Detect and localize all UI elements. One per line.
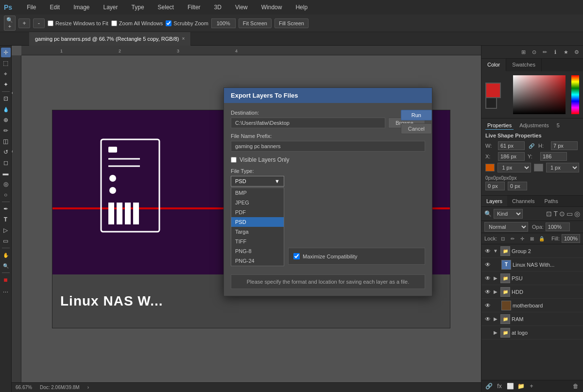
option-png8[interactable]: PNG-8	[231, 246, 284, 256]
file-name-prefix-input[interactable]	[231, 141, 425, 152]
option-targa[interactable]: Targa	[231, 227, 284, 237]
maximize-compat-checkbox[interactable]	[293, 253, 300, 259]
cancel-button[interactable]: Cancel	[401, 123, 432, 134]
file-name-prefix-label: File Name Prefix:	[231, 133, 425, 139]
destination-field: Destination: Browse...	[231, 110, 425, 128]
export-layers-dialog: Export Layers To Files Destination: Brow…	[223, 87, 432, 296]
file-name-prefix-field: File Name Prefix:	[231, 133, 425, 152]
option-jpeg[interactable]: JPEG	[231, 198, 284, 207]
destination-row: Browse...	[231, 118, 425, 128]
dialog-status-bar: Please specify the format and location f…	[231, 274, 425, 289]
option-psd[interactable]: PSD	[231, 217, 284, 227]
visible-layers-checkbox[interactable]	[231, 157, 237, 163]
dialog-action-buttons: Run Cancel	[401, 110, 432, 134]
file-type-field: File Type: PSD ▼ BMP JPEG PDF PSD	[231, 168, 425, 270]
destination-label: Destination:	[231, 110, 425, 116]
run-button[interactable]: Run	[401, 110, 432, 120]
file-type-label: File Type:	[231, 168, 425, 174]
destination-input[interactable]	[231, 118, 385, 128]
dialog-title-bar: Export Layers To Files	[224, 88, 432, 103]
option-pdf[interactable]: PDF	[231, 207, 284, 217]
file-type-container: PSD ▼ BMP JPEG PDF PSD Targa TIFF PNG-8	[231, 176, 284, 187]
option-tiff[interactable]: TIFF	[231, 237, 284, 246]
option-bmp[interactable]: BMP	[231, 188, 284, 198]
visible-layers-label: Visible Layers Only	[240, 156, 290, 163]
psd-options-area: Maximize Compatibility	[288, 176, 425, 270]
maximize-compat-label[interactable]: Maximize Compatibility	[293, 253, 420, 259]
dialog-status-text: Please specify the format and location f…	[247, 279, 409, 285]
dialog-overlay: Export Layers To Files Destination: Brow…	[0, 0, 583, 392]
dialog-body: Destination: Browse... File Name Prefix:…	[224, 103, 432, 296]
option-png24[interactable]: PNG-24	[231, 256, 284, 266]
visible-layers-row: Visible Layers Only	[231, 156, 425, 163]
file-type-dropdown: BMP JPEG PDF PSD Targa TIFF PNG-8 PNG-24	[231, 187, 284, 266]
dialog-title-text: Export Layers To Files	[231, 92, 298, 99]
file-type-select[interactable]: PSD ▼	[231, 176, 284, 187]
psd-compat-box: Maximize Compatibility	[288, 248, 425, 265]
